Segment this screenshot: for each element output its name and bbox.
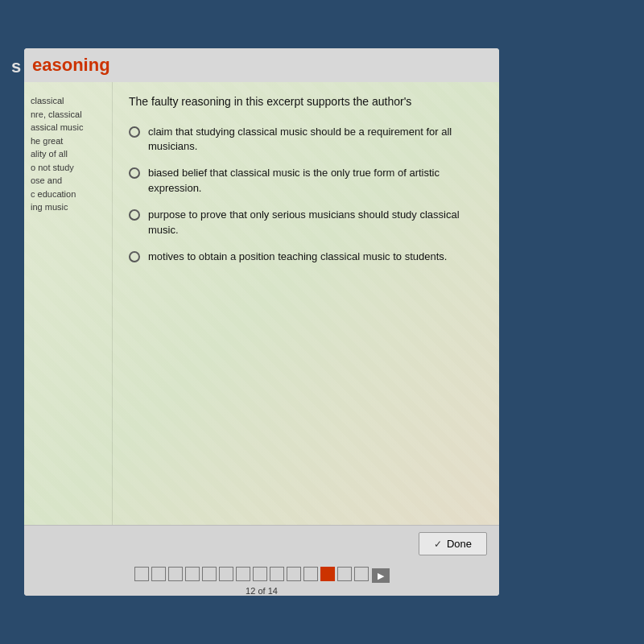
sq-9[interactable] — [270, 567, 284, 581]
sq-7[interactable] — [236, 567, 250, 581]
sq-3[interactable] — [168, 567, 183, 581]
page-title: easoning — [24, 48, 499, 82]
sq-6[interactable] — [219, 567, 233, 581]
sq-8[interactable] — [253, 567, 267, 581]
screen-container: easoning classical nre, classical assica… — [24, 48, 499, 596]
progress-row: ▶ — [134, 567, 390, 584]
sidebar-label: s — [11, 56, 21, 77]
option-a-text: claim that studying classical music shou… — [148, 125, 483, 155]
next-arrow[interactable]: ▶ — [372, 568, 390, 583]
done-button-label: Done — [447, 538, 472, 550]
progress-squares — [134, 567, 369, 581]
sq-2[interactable] — [151, 567, 166, 581]
sq-14[interactable] — [354, 567, 369, 581]
option-a[interactable]: claim that studying classical music shou… — [129, 125, 483, 155]
option-b[interactable]: biased belief that classical music is th… — [129, 166, 483, 196]
sq-4[interactable] — [185, 567, 200, 581]
sq-1[interactable] — [134, 567, 149, 581]
question-text: The faulty reasoning in this excerpt sup… — [129, 94, 483, 110]
radio-c[interactable] — [129, 209, 140, 221]
option-b-text: biased belief that classical music is th… — [148, 166, 483, 196]
sq-13[interactable] — [337, 567, 352, 581]
sq-5[interactable] — [202, 567, 217, 581]
check-icon: ✓ — [434, 539, 442, 550]
bottom-bar: ✓ Done — [24, 525, 499, 596]
option-c-text: purpose to prove that only serious music… — [148, 208, 483, 238]
progress-bar-area: ▶ 12 of 14 — [36, 567, 487, 596]
radio-a[interactable] — [129, 126, 140, 138]
main-content-area: classical nre, classical assical music h… — [24, 82, 499, 525]
done-button[interactable]: ✓ Done — [419, 532, 487, 555]
sq-10[interactable] — [287, 567, 301, 581]
progress-count: 12 of 14 — [246, 586, 278, 596]
question-panel: The faulty reasoning in this excerpt sup… — [113, 82, 499, 525]
passage-panel: classical nre, classical assical music h… — [24, 82, 113, 525]
radio-d[interactable] — [129, 251, 140, 262]
radio-b[interactable] — [129, 167, 140, 179]
sq-12[interactable] — [320, 567, 335, 581]
option-d[interactable]: motives to obtain a position teaching cl… — [129, 250, 483, 265]
passage-text: classical nre, classical assical music h… — [31, 94, 105, 214]
option-c[interactable]: purpose to prove that only serious music… — [129, 208, 483, 238]
arrow-icon: ▶ — [378, 571, 384, 581]
option-d-text: motives to obtain a position teaching cl… — [148, 250, 447, 265]
sq-11[interactable] — [303, 567, 318, 581]
